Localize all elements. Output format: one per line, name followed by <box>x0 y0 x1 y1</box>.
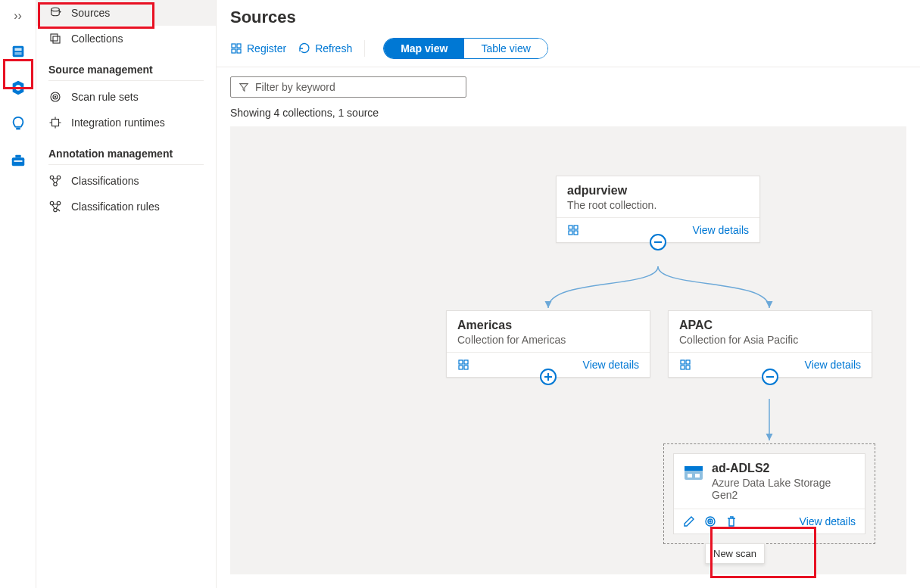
svg-rect-33 <box>681 360 685 364</box>
svg-point-43 <box>709 521 711 522</box>
status-text: Showing 4 collections, 1 source <box>217 102 920 126</box>
refresh-button[interactable]: Refresh <box>298 42 352 54</box>
svg-rect-26 <box>574 226 578 229</box>
source-node-adls2[interactable]: ad-ADLS2 Azure Data Lake Storage Gen2 Vi… <box>673 453 865 534</box>
collapse-toggle[interactable] <box>650 234 666 250</box>
svg-rect-6 <box>15 155 20 158</box>
map-canvas[interactable]: adpurview The root collection. View deta… <box>230 126 906 574</box>
svg-rect-22 <box>237 44 241 48</box>
node-subtitle: Azure Data Lake Storage Gen2 <box>712 477 856 501</box>
svg-point-13 <box>55 96 56 98</box>
delete-icon[interactable] <box>725 515 738 527</box>
sidebar-item-sources[interactable]: Sources <box>36 0 216 26</box>
svg-rect-25 <box>569 226 572 229</box>
sidebar-item-label: Classifications <box>71 175 139 187</box>
collection-node-root[interactable]: adpurview The root collection. View deta… <box>556 176 760 243</box>
svg-rect-2 <box>14 52 21 55</box>
svg-rect-24 <box>237 49 241 53</box>
rail-catalog-icon[interactable] <box>6 39 30 64</box>
sidebar: Sources Collections Source management Sc… <box>36 0 217 588</box>
node-title: APAC <box>679 319 861 332</box>
filter-icon <box>239 82 249 92</box>
node-subtitle: Collection for Americas <box>457 334 639 346</box>
view-details-link[interactable]: View details <box>800 515 856 527</box>
sidebar-item-label: Sources <box>71 7 110 19</box>
view-toggle: Map view Table view <box>383 38 548 59</box>
sidebar-item-label: Integration runtimes <box>71 117 165 129</box>
sidebar-item-integration-runtimes[interactable]: Integration runtimes <box>36 110 216 135</box>
svg-point-17 <box>54 182 58 186</box>
sidebar-item-label: Classification rules <box>71 201 160 213</box>
left-rail: ›› <box>0 0 36 588</box>
toolbar: Register Refresh Map view Table view <box>217 33 920 67</box>
sources-container: ad-ADLS2 Azure Data Lake Storage Gen2 Vi… <box>663 443 875 544</box>
svg-rect-14 <box>52 120 59 126</box>
node-title: Americas <box>457 319 639 332</box>
svg-rect-30 <box>464 360 468 364</box>
svg-rect-21 <box>232 44 235 48</box>
grid-icon[interactable] <box>567 224 579 236</box>
svg-rect-10 <box>53 36 60 43</box>
grid-icon[interactable] <box>457 359 469 371</box>
svg-rect-0 <box>12 46 23 58</box>
svg-point-8 <box>51 8 60 11</box>
svg-rect-29 <box>459 360 463 364</box>
node-subtitle: Collection for Asia Pacific <box>679 334 861 346</box>
svg-rect-39 <box>688 474 692 478</box>
svg-rect-28 <box>574 231 578 235</box>
view-details-link[interactable]: View details <box>693 224 749 236</box>
filter-input[interactable]: Filter by keyword <box>230 76 466 98</box>
sidebar-heading-annotation-mgmt: Annotation management <box>48 138 204 165</box>
rail-insights-icon[interactable] <box>6 112 30 136</box>
sidebar-item-label: Collections <box>71 33 123 45</box>
register-button[interactable]: Register <box>230 42 286 54</box>
storage-icon <box>683 462 704 483</box>
grid-icon[interactable] <box>679 359 691 371</box>
expand-rail-button[interactable]: ›› <box>9 5 27 27</box>
collection-node-americas[interactable]: Americas Collection for Americas View de… <box>446 310 650 378</box>
main-content: Sources Register Refresh Map view Table … <box>217 0 920 588</box>
svg-rect-35 <box>681 366 685 369</box>
view-details-link[interactable]: View details <box>583 359 639 371</box>
expand-toggle[interactable] <box>540 369 557 385</box>
svg-rect-7 <box>14 160 22 162</box>
sidebar-item-classification-rules[interactable]: Classification rules <box>36 194 216 219</box>
sidebar-item-collections[interactable]: Collections <box>36 26 216 51</box>
map-view-button[interactable]: Map view <box>384 39 464 58</box>
node-title: adpurview <box>567 184 749 198</box>
svg-rect-23 <box>232 49 235 53</box>
svg-rect-31 <box>459 366 463 369</box>
svg-rect-38 <box>685 466 703 471</box>
view-details-link[interactable]: View details <box>805 359 861 371</box>
scan-icon[interactable] <box>704 515 716 527</box>
svg-rect-32 <box>464 366 468 369</box>
svg-rect-27 <box>569 231 572 235</box>
svg-rect-36 <box>686 366 690 369</box>
rail-management-icon[interactable] <box>6 148 30 173</box>
rail-sources-icon[interactable] <box>6 76 30 100</box>
svg-rect-40 <box>695 474 700 478</box>
sidebar-item-scan-rule-sets[interactable]: Scan rule sets <box>36 84 216 110</box>
sidebar-item-label: Scan rule sets <box>71 91 139 103</box>
sidebar-heading-source-mgmt: Source management <box>48 54 204 81</box>
page-title: Sources <box>230 8 906 27</box>
collection-node-apac[interactable]: APAC Collection for Asia Pacific View de… <box>668 310 872 378</box>
table-view-button[interactable]: Table view <box>464 39 547 58</box>
tooltip-new-scan: New scan <box>705 543 765 564</box>
sidebar-item-classifications[interactable]: Classifications <box>36 168 216 194</box>
node-title: ad-ADLS2 <box>712 462 856 475</box>
svg-rect-9 <box>51 34 58 41</box>
collapse-toggle[interactable] <box>762 369 778 385</box>
edit-icon[interactable] <box>683 515 695 527</box>
svg-rect-34 <box>686 360 690 364</box>
svg-point-3 <box>15 85 20 90</box>
svg-rect-1 <box>14 48 21 51</box>
svg-point-20 <box>54 208 58 212</box>
svg-rect-4 <box>16 128 20 130</box>
node-subtitle: The root collection. <box>567 199 749 211</box>
